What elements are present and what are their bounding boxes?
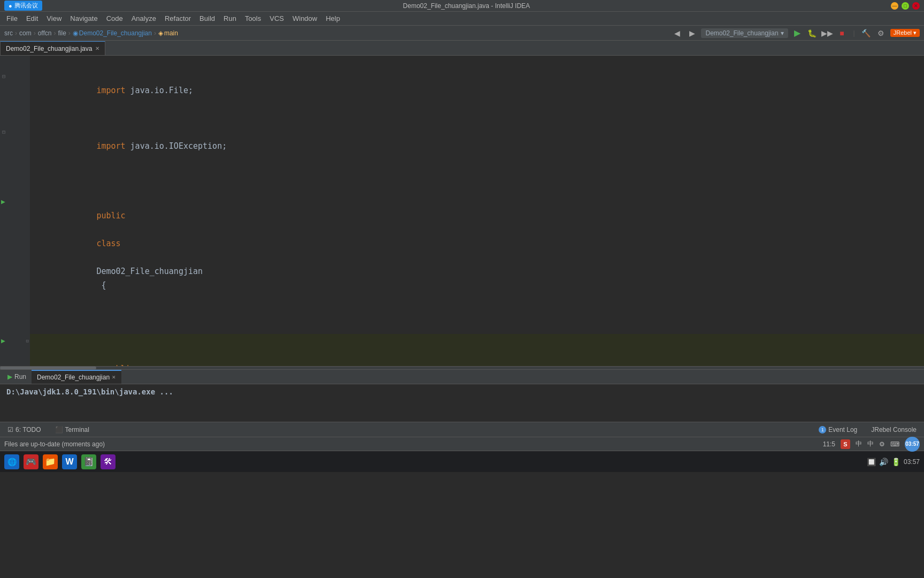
build-button[interactable]: 🔨 — [860, 27, 872, 39]
line-col-indicator: 11:5 — [823, 440, 835, 448]
line-number — [0, 111, 30, 125]
file-tab-active[interactable]: Demo02_File_chuangjian.java ✕ — [0, 41, 105, 55]
file-tab-name: Demo02_File_chuangjian.java — [6, 45, 92, 52]
table-row: ▶ public class Demo02_File_chuangjian { — [0, 195, 924, 306]
run-arrow-1[interactable]: ▶ — [1, 195, 5, 209]
taskbar-tool-icon[interactable]: 🛠 — [101, 454, 116, 469]
run-icon: ▶ — [7, 373, 12, 381]
menu-vcs[interactable]: VCS — [265, 13, 288, 24]
taskbar-game-icon[interactable]: 🎮 — [24, 454, 38, 469]
jrebel-badge[interactable]: JRebel ▾ — [890, 29, 920, 37]
taskbar-word-icon[interactable]: W — [62, 454, 77, 469]
table-row — [0, 111, 924, 125]
taskbar-folder-icon[interactable]: 📁 — [43, 454, 58, 469]
forward-button[interactable]: ▶ — [686, 27, 698, 39]
tray-volume: 🔊 — [879, 458, 888, 466]
jrebel-tab[interactable]: JRebel Console — [866, 423, 922, 437]
event-log-tab[interactable]: 1 Event Log — [813, 423, 863, 437]
event-log-label: Event Log — [828, 426, 857, 434]
line-number — [0, 181, 30, 195]
menu-edit[interactable]: Edit — [22, 13, 42, 24]
editor-scroll-area[interactable]: ⊟ import java.io.File; ⊟ — [0, 56, 924, 366]
menu-window[interactable]: Window — [288, 13, 321, 24]
menubar: File Edit View Navigate Code Analyze Ref… — [0, 12, 924, 26]
menu-view[interactable]: View — [42, 13, 66, 24]
code-line — [30, 320, 924, 334]
run-config-dropdown[interactable]: Demo02_File_chuangjian ▾ — [701, 28, 788, 38]
keyboard-icon: ⌨ — [890, 440, 899, 448]
breadcrumb-class[interactable]: Demo02_File_chuangjian — [79, 29, 152, 37]
kw-class: class — [96, 239, 120, 248]
bottom-panel-tabs: ▶ Run Demo02_File_chuangjian ✕ — [0, 369, 924, 384]
fold-icon[interactable]: ⊟ — [2, 70, 5, 83]
terminal-tab[interactable]: ⬛ Terminal — [50, 423, 95, 437]
settings-icon2[interactable]: ⚙ — [879, 440, 885, 448]
fold-icon3[interactable]: ⊟ — [26, 334, 29, 348]
line-number — [0, 167, 30, 181]
run-file-close[interactable]: ✕ — [112, 375, 116, 380]
breadcrumb-class-icon: ◉ — [73, 29, 78, 37]
dropdown-arrow: ▾ — [781, 29, 784, 37]
line-number: ⊟ — [0, 125, 30, 167]
breadcrumb-method[interactable]: main — [164, 29, 178, 37]
todo-label: 6: TODO — [16, 426, 41, 434]
menu-run[interactable]: Run — [219, 13, 241, 24]
breadcrumb-src[interactable]: src — [4, 29, 13, 37]
run-with-coverage-button[interactable]: ▶▶ — [821, 27, 833, 39]
statusbar-right: 11:5 S 中 中 ⚙ ⌨ 03:57 — [823, 437, 920, 452]
menu-analyze[interactable]: Analyze — [127, 13, 160, 24]
menu-refactor[interactable]: Refactor — [160, 13, 195, 24]
fold-icon2[interactable]: ⊟ — [2, 125, 5, 139]
taskbar-notes-icon[interactable]: 📓 — [81, 454, 96, 469]
breadcrumb-offcn[interactable]: offcn — [38, 29, 52, 37]
ime-indicator: 中 — [867, 439, 874, 448]
run-file-tab[interactable]: Demo02_File_chuangjian ✕ — [32, 370, 121, 384]
code-line — [30, 181, 924, 195]
menu-tools[interactable]: Tools — [241, 13, 265, 24]
file-tab-close[interactable]: ✕ — [95, 45, 99, 51]
table-row — [0, 56, 924, 70]
table-row — [0, 181, 924, 195]
taskbar-browser-icon[interactable]: 🌐 — [4, 454, 19, 469]
taskbar: 🌐 🎮 📁 W 📓 🛠 🔲 🔊 🔋 03:57 — [0, 451, 924, 472]
code-line — [30, 167, 924, 181]
line-number: ⊟ — [0, 70, 30, 111]
line-number — [0, 306, 30, 320]
back-button[interactable]: ◀ — [671, 27, 683, 39]
debug-button[interactable]: 🐛 — [806, 27, 818, 39]
code-line: import java.io.IOException; — [30, 125, 924, 167]
close-button[interactable]: ✕ — [912, 2, 920, 10]
table-row — [0, 167, 924, 181]
clock-badge: 03:57 — [905, 437, 920, 452]
line-number — [0, 320, 30, 334]
code-line — [30, 111, 924, 125]
breadcrumb-toolbar: src › com › offcn › file › ◉ Demo02_File… — [0, 26, 924, 41]
tencent-meeting-badge[interactable]: ● 腾讯会议 — [4, 1, 42, 11]
menu-help[interactable]: Help — [321, 13, 344, 24]
stop-button[interactable]: ■ — [836, 27, 848, 39]
minimize-button[interactable]: — — [891, 2, 898, 10]
run-arrow-2[interactable]: ▶ — [1, 334, 5, 348]
sep2: › — [34, 29, 36, 37]
menu-navigate[interactable]: Navigate — [66, 13, 102, 24]
todo-tab[interactable]: ☑ 6: TODO — [2, 423, 47, 437]
sep5: › — [154, 29, 156, 37]
jrebel-tab-label: JRebel Console — [871, 426, 917, 434]
breadcrumb-file[interactable]: file — [58, 29, 66, 37]
editor[interactable]: ⊟ import java.io.File; ⊟ — [0, 56, 924, 366]
menu-file[interactable]: File — [2, 13, 22, 24]
terminal-icon: ⬛ — [55, 426, 63, 434]
table-row — [0, 306, 924, 320]
run-button[interactable]: ▶ — [791, 27, 803, 39]
menu-build[interactable]: Build — [195, 13, 219, 24]
menu-code[interactable]: Code — [102, 13, 127, 24]
settings-button[interactable]: ⚙ — [875, 27, 887, 39]
maximize-button[interactable]: □ — [902, 2, 909, 10]
statusbar: Files are up-to-date (moments ago) 11:5 … — [0, 437, 924, 451]
run-tab[interactable]: ▶ Run — [2, 370, 32, 384]
breadcrumb-com[interactable]: com — [19, 29, 32, 37]
table-row: ⊟ import java.io.IOException; — [0, 125, 924, 167]
run-file-label: Demo02_File_chuangjian — [37, 374, 110, 381]
bottom-console: D:\Java\jdk1.8.0_191\bin\java.exe ... — [0, 384, 924, 422]
window-controls[interactable]: — □ ✕ — [891, 2, 920, 10]
